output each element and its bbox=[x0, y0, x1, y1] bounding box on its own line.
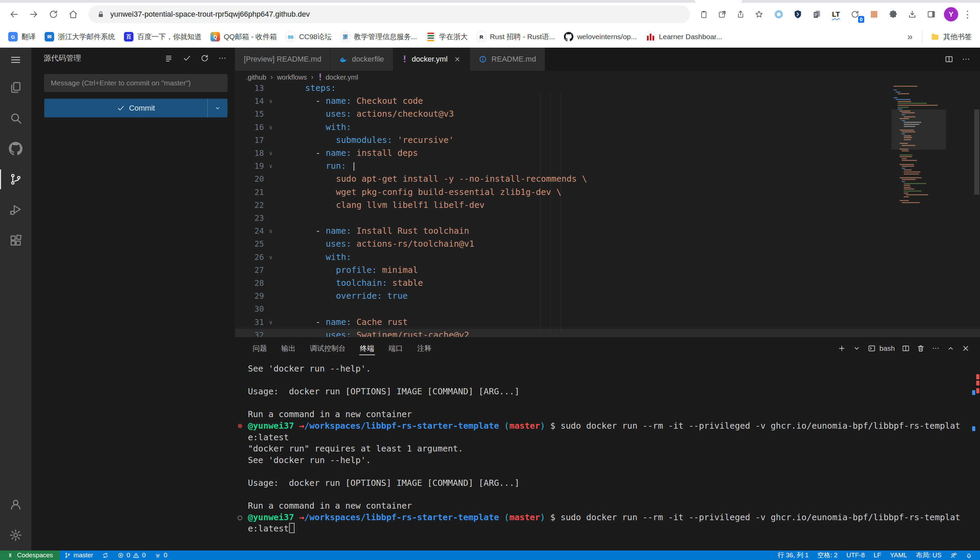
bookmark-item[interactable]: Learner Dashboar... bbox=[642, 30, 726, 43]
share-icon[interactable] bbox=[733, 7, 748, 22]
close-panel-button[interactable] bbox=[962, 344, 970, 352]
ports-indicator[interactable]: 0 bbox=[150, 550, 172, 560]
search-view[interactable] bbox=[0, 103, 31, 133]
code-line[interactable]: 29 override: true bbox=[235, 290, 980, 302]
fold-chevron-icon[interactable]: ∨ bbox=[269, 225, 273, 237]
minimap-viewport[interactable] bbox=[891, 110, 946, 150]
kill-terminal-button[interactable] bbox=[916, 344, 925, 352]
panel-tab[interactable]: 问题 bbox=[247, 337, 273, 360]
tab--preview-readme-md[interactable]: [Preview] README.md bbox=[235, 48, 330, 71]
maximize-panel-button[interactable] bbox=[947, 344, 955, 352]
github-view[interactable] bbox=[0, 133, 31, 164]
bookmark-item[interactable]: G翻译 bbox=[4, 30, 40, 43]
side-panel-icon[interactable] bbox=[923, 7, 939, 22]
home-button[interactable] bbox=[64, 5, 82, 23]
fold-chevron-icon[interactable]: ∨ bbox=[269, 95, 273, 108]
sync-button[interactable] bbox=[98, 550, 113, 560]
refresh-icon[interactable] bbox=[200, 54, 209, 63]
panel-more-actions[interactable] bbox=[932, 344, 940, 352]
profile-avatar[interactable]: Y bbox=[944, 7, 958, 22]
extensions-view[interactable] bbox=[0, 225, 31, 256]
clipboard-icon[interactable] bbox=[696, 7, 712, 22]
bookmark-item[interactable]: QQQ邮箱 - 收件箱 bbox=[206, 30, 281, 43]
fold-chevron-icon[interactable]: ∨ bbox=[269, 147, 273, 160]
remote-indicator[interactable]: Codespaces bbox=[0, 550, 60, 560]
code-line[interactable]: 14∨ - name: Checkout code bbox=[235, 95, 980, 108]
source-control-view[interactable] bbox=[0, 164, 31, 195]
bookmark-item[interactable]: weloveinterns/op... bbox=[560, 30, 641, 43]
split-terminal-button[interactable] bbox=[902, 344, 910, 352]
code-line[interactable]: 22 clang llvm libelf1 libelf-dev bbox=[235, 199, 980, 212]
menu-button[interactable] bbox=[0, 48, 31, 72]
editor-scrollbar[interactable] bbox=[973, 84, 980, 337]
bookmark-star-icon[interactable] bbox=[751, 7, 767, 22]
reload-button[interactable] bbox=[44, 5, 63, 23]
split-editor-button[interactable] bbox=[945, 55, 953, 63]
eol[interactable]: LF bbox=[869, 550, 886, 560]
code-line[interactable]: 17 submodules: 'recursive' bbox=[235, 134, 980, 147]
bookmark-item[interactable]: 百百度一下，你就知道 bbox=[120, 30, 206, 43]
panel-tab[interactable]: 调试控制台 bbox=[304, 337, 351, 360]
code-line[interactable]: 21 wget pkg-config build-essential zlib1… bbox=[235, 186, 980, 199]
open-in-new-icon[interactable] bbox=[714, 7, 730, 22]
more-actions-icon[interactable] bbox=[218, 54, 227, 63]
panel-tab[interactable]: 注释 bbox=[412, 337, 437, 360]
code-editor[interactable]: 13 steps:14∨ - name: Checkout code15 use… bbox=[235, 84, 980, 337]
explorer-view[interactable] bbox=[0, 72, 31, 103]
extension-shield-icon[interactable] bbox=[790, 7, 806, 22]
code-line[interactable]: 27 profile: minimal bbox=[235, 264, 980, 277]
terminal[interactable]: See 'docker run --help'.Usage: docker ru… bbox=[235, 360, 975, 550]
keyboard-layout[interactable]: 布局: US bbox=[911, 550, 946, 560]
encoding[interactable]: UTF-8 bbox=[842, 550, 869, 560]
notifications-bell[interactable] bbox=[961, 550, 977, 560]
code-line[interactable]: 28 toolchain: stable bbox=[235, 277, 980, 290]
panel-tab[interactable]: 端口 bbox=[383, 337, 408, 360]
commit-button[interactable]: Commit bbox=[44, 99, 227, 117]
tab-docker-yml[interactable]: !docker.yml bbox=[393, 48, 470, 71]
extension-languagetool-icon[interactable]: LT bbox=[828, 7, 844, 22]
panel-tab[interactable]: 输出 bbox=[276, 337, 301, 360]
fold-chevron-icon[interactable]: ∨ bbox=[269, 160, 273, 172]
terminal-shell-item[interactable]: bash bbox=[868, 344, 895, 352]
panel-tab[interactable]: 终端 bbox=[355, 337, 380, 360]
commit-check-icon[interactable] bbox=[182, 54, 191, 63]
extension-pages-icon[interactable] bbox=[809, 7, 825, 22]
fold-chevron-icon[interactable]: ∨ bbox=[269, 316, 273, 328]
code-line[interactable]: 24∨ - name: Install Rust toolchain bbox=[235, 225, 980, 237]
code-line[interactable]: 16∨ with: bbox=[235, 121, 980, 134]
problems-indicator[interactable]: 00 bbox=[113, 550, 150, 560]
editor-more-actions[interactable] bbox=[962, 55, 970, 63]
fold-chevron-icon[interactable]: ∨ bbox=[269, 251, 273, 264]
view-as-list-icon[interactable] bbox=[165, 54, 174, 63]
forward-button[interactable] bbox=[25, 5, 43, 23]
breadcrumb-item[interactable]: workflows bbox=[277, 73, 307, 81]
extensions-puzzle-icon[interactable] bbox=[885, 7, 901, 22]
bookmark-item[interactable]: 学在浙大 bbox=[422, 30, 472, 43]
other-bookmarks-folder[interactable]: 其他书签 bbox=[926, 30, 976, 43]
language-mode[interactable]: YAML bbox=[886, 550, 911, 560]
breadcrumb-item[interactable]: .github bbox=[246, 73, 266, 81]
bookmark-item[interactable]: ✉浙江大学邮件系统 bbox=[40, 30, 119, 43]
code-line[interactable]: 18∨ - name: install deps bbox=[235, 147, 980, 160]
extension-ring-icon[interactable] bbox=[771, 7, 787, 22]
settings-gear-button[interactable] bbox=[0, 520, 31, 550]
feedback-button[interactable] bbox=[946, 550, 961, 560]
code-line[interactable]: 31∨ - name: Cache rust bbox=[235, 316, 980, 328]
cursor-position[interactable]: 行 36, 列 1 bbox=[773, 550, 813, 560]
branch-indicator[interactable]: master bbox=[60, 550, 98, 560]
code-line[interactable]: 15 uses: actions/checkout@v3 bbox=[235, 108, 980, 120]
bookmark-item[interactable]: 98CC98论坛 bbox=[282, 30, 336, 43]
fold-chevron-icon[interactable]: ∨ bbox=[269, 121, 273, 134]
extension-bullets-icon[interactable] bbox=[866, 7, 882, 22]
code-line[interactable]: 26∨ with: bbox=[235, 251, 980, 264]
bookmark-item[interactable]: RRust 招聘 - Rust语... bbox=[473, 30, 559, 43]
code-line[interactable]: 13 steps: bbox=[235, 84, 980, 95]
code-line[interactable]: 23 bbox=[235, 212, 980, 225]
commit-message-input[interactable]: Message (Ctrl+Enter to commit on "master… bbox=[44, 74, 227, 92]
terminal-picker-dropdown[interactable] bbox=[853, 344, 861, 352]
code-line[interactable]: 32 uses: Swatinem/rust-cache@v2 bbox=[235, 328, 980, 337]
code-line[interactable]: 20 sudo apt-get install -y --no-install-… bbox=[235, 172, 980, 185]
back-button[interactable] bbox=[5, 5, 23, 23]
commit-dropdown-button[interactable] bbox=[207, 99, 227, 117]
downloads-icon[interactable] bbox=[905, 7, 920, 22]
